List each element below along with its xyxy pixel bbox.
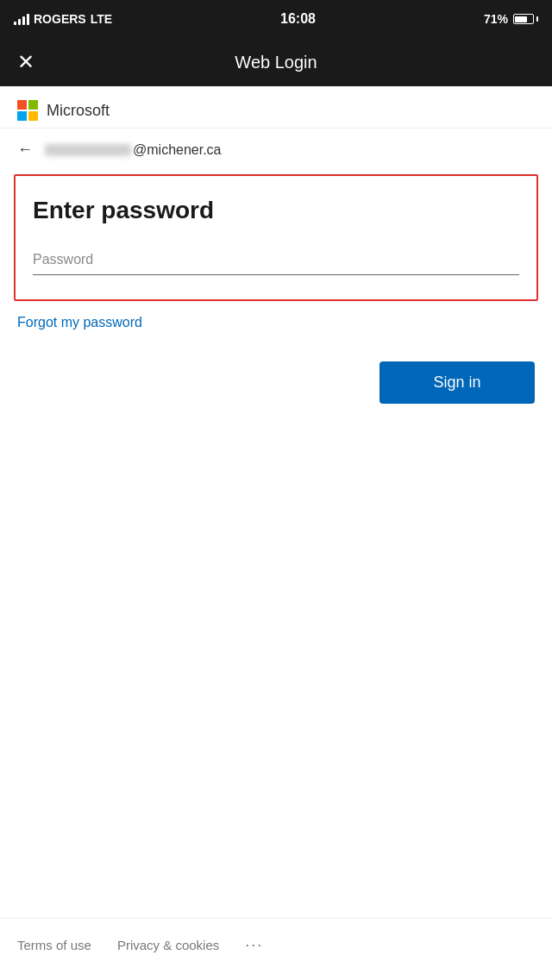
battery-percent: 71%	[484, 12, 508, 26]
email-domain: @michener.ca	[133, 142, 222, 157]
battery-icon	[513, 14, 538, 24]
app-header-title: Web Login	[52, 53, 500, 72]
network-label: LTE	[91, 12, 112, 26]
email-username-blurred	[45, 144, 131, 156]
microsoft-label: Microsoft	[47, 102, 110, 120]
signin-button[interactable]: Sign in	[380, 361, 535, 404]
signal-bars-icon	[14, 13, 29, 25]
carrier-label: ROGERS	[34, 12, 86, 26]
microsoft-header: Microsoft	[0, 86, 552, 129]
microsoft-logo-icon	[17, 100, 38, 121]
back-button[interactable]: ←	[17, 141, 33, 159]
email-display: @michener.ca	[45, 142, 222, 158]
footer: Terms of use Privacy & cookies ···	[0, 918, 552, 980]
password-section: Enter password	[14, 174, 538, 301]
password-input[interactable]	[33, 248, 519, 275]
status-bar: ROGERS LTE 16:08 71%	[0, 0, 552, 38]
terms-of-use-link[interactable]: Terms of use	[17, 938, 91, 952]
main-content: Microsoft ← @michener.ca Enter password …	[0, 86, 552, 980]
more-options-button[interactable]: ···	[245, 936, 263, 954]
password-input-wrapper	[33, 248, 519, 275]
status-time: 16:08	[280, 11, 316, 27]
email-row: ← @michener.ca	[0, 129, 552, 171]
close-button[interactable]: ✕	[17, 52, 34, 72]
forgot-password-link[interactable]: Forgot my password	[17, 315, 535, 330]
enter-password-title: Enter password	[33, 197, 519, 224]
app-header: ✕ Web Login	[0, 38, 552, 86]
signin-row: Sign in	[0, 344, 552, 421]
status-left: ROGERS LTE	[14, 12, 112, 26]
privacy-cookies-link[interactable]: Privacy & cookies	[117, 938, 219, 952]
status-right: 71%	[484, 12, 538, 26]
